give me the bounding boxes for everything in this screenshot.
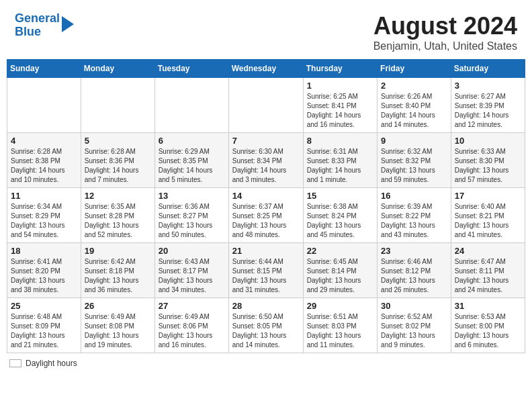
day-number: 17 [455,191,521,201]
day-info: Sunrise: 6:47 AMSunset: 8:11 PMDaylight:… [455,257,521,295]
day-number: 18 [11,246,77,256]
calendar-table: SundayMondayTuesdayWednesdayThursdayFrid… [7,59,525,353]
logo: General Blue [15,12,74,39]
day-number: 9 [381,136,447,146]
day-number: 30 [381,301,447,311]
calendar-cell: 4Sunrise: 6:28 AMSunset: 8:38 PMDaylight… [7,133,81,188]
day-number: 26 [85,301,151,311]
day-number: 23 [381,246,447,256]
day-number: 13 [159,191,225,201]
calendar-cell: 20Sunrise: 6:43 AMSunset: 8:17 PMDayligh… [154,243,228,298]
calendar-week-4: 18Sunrise: 6:41 AMSunset: 8:20 PMDayligh… [7,243,525,298]
daylight-legend-box [9,359,21,367]
day-info: Sunrise: 6:28 AMSunset: 8:38 PMDaylight:… [11,147,77,185]
day-info: Sunrise: 6:39 AMSunset: 8:22 PMDaylight:… [381,202,447,240]
day-number: 6 [159,136,225,146]
footer: Daylight hours [7,359,525,368]
calendar-cell: 2Sunrise: 6:26 AMSunset: 8:40 PMDaylight… [378,78,451,133]
day-number: 5 [85,136,151,146]
calendar-cell: 18Sunrise: 6:41 AMSunset: 8:20 PMDayligh… [7,243,81,298]
calendar-cell: 5Sunrise: 6:28 AMSunset: 8:36 PMDaylight… [81,133,154,188]
day-number: 28 [232,301,300,311]
calendar-cell: 10Sunrise: 6:33 AMSunset: 8:30 PMDayligh… [451,133,525,188]
page-header: General Blue August 2024 Benjamin, Utah,… [7,7,525,55]
calendar-cell [7,78,81,133]
calendar-cell: 25Sunrise: 6:48 AMSunset: 8:09 PMDayligh… [7,298,81,353]
day-number: 19 [85,246,151,256]
day-info: Sunrise: 6:26 AMSunset: 8:40 PMDaylight:… [381,92,447,130]
day-info: Sunrise: 6:46 AMSunset: 8:12 PMDaylight:… [381,257,447,295]
calendar-week-5: 25Sunrise: 6:48 AMSunset: 8:09 PMDayligh… [7,298,525,353]
day-info: Sunrise: 6:48 AMSunset: 8:09 PMDaylight:… [11,312,77,350]
calendar-cell [154,78,228,133]
day-info: Sunrise: 6:36 AMSunset: 8:27 PMDaylight:… [159,202,225,240]
day-number: 20 [159,246,225,256]
day-info: Sunrise: 6:29 AMSunset: 8:35 PMDaylight:… [159,147,225,185]
day-number: 24 [455,246,521,256]
day-info: Sunrise: 6:32 AMSunset: 8:32 PMDaylight:… [381,147,447,185]
day-info: Sunrise: 6:28 AMSunset: 8:36 PMDaylight:… [85,147,151,185]
day-number: 22 [307,246,373,256]
day-info: Sunrise: 6:33 AMSunset: 8:30 PMDaylight:… [455,147,521,185]
day-number: 8 [307,136,373,146]
logo-blue: Blue [15,25,41,38]
day-number: 10 [455,136,521,146]
calendar-subtitle: Benjamin, Utah, United States [373,40,517,52]
day-info: Sunrise: 6:40 AMSunset: 8:21 PMDaylight:… [455,202,521,240]
day-header-friday: Friday [378,60,451,78]
calendar-title: August 2024 [373,12,517,40]
day-number: 15 [307,191,373,201]
calendar-cell: 23Sunrise: 6:46 AMSunset: 8:12 PMDayligh… [378,243,451,298]
day-header-wednesday: Wednesday [228,60,303,78]
day-number: 3 [455,81,521,91]
day-number: 4 [11,136,77,146]
day-info: Sunrise: 6:30 AMSunset: 8:34 PMDaylight:… [232,147,300,185]
day-info: Sunrise: 6:25 AMSunset: 8:41 PMDaylight:… [307,92,373,130]
day-headers-row: SundayMondayTuesdayWednesdayThursdayFrid… [7,60,525,78]
calendar-cell: 27Sunrise: 6:49 AMSunset: 8:06 PMDayligh… [154,298,228,353]
day-info: Sunrise: 6:31 AMSunset: 8:33 PMDaylight:… [307,147,373,185]
calendar-cell: 19Sunrise: 6:42 AMSunset: 8:18 PMDayligh… [81,243,154,298]
title-block: August 2024 Benjamin, Utah, United State… [373,12,517,52]
day-info: Sunrise: 6:42 AMSunset: 8:18 PMDaylight:… [85,257,151,295]
day-number: 12 [85,191,151,201]
calendar-cell: 3Sunrise: 6:27 AMSunset: 8:39 PMDaylight… [451,78,525,133]
calendar-cell: 6Sunrise: 6:29 AMSunset: 8:35 PMDaylight… [154,133,228,188]
calendar-cell: 11Sunrise: 6:34 AMSunset: 8:29 PMDayligh… [7,188,81,243]
day-number: 14 [232,191,300,201]
calendar-cell: 28Sunrise: 6:50 AMSunset: 8:05 PMDayligh… [228,298,303,353]
calendar-cell: 14Sunrise: 6:37 AMSunset: 8:25 PMDayligh… [228,188,303,243]
day-number: 16 [381,191,447,201]
calendar-cell: 16Sunrise: 6:39 AMSunset: 8:22 PMDayligh… [378,188,451,243]
calendar-cell: 15Sunrise: 6:38 AMSunset: 8:24 PMDayligh… [303,188,377,243]
calendar-cell: 26Sunrise: 6:49 AMSunset: 8:08 PMDayligh… [81,298,154,353]
day-info: Sunrise: 6:38 AMSunset: 8:24 PMDaylight:… [307,202,373,240]
calendar-cell: 22Sunrise: 6:45 AMSunset: 8:14 PMDayligh… [303,243,377,298]
calendar-cell: 30Sunrise: 6:52 AMSunset: 8:02 PMDayligh… [378,298,451,353]
calendar-cell: 9Sunrise: 6:32 AMSunset: 8:32 PMDaylight… [378,133,451,188]
day-number: 1 [307,81,373,91]
day-info: Sunrise: 6:49 AMSunset: 8:06 PMDaylight:… [159,312,225,350]
day-info: Sunrise: 6:49 AMSunset: 8:08 PMDaylight:… [85,312,151,350]
calendar-week-3: 11Sunrise: 6:34 AMSunset: 8:29 PMDayligh… [7,188,525,243]
day-number: 31 [455,301,521,311]
calendar-cell: 7Sunrise: 6:30 AMSunset: 8:34 PMDaylight… [228,133,303,188]
day-number: 27 [159,301,225,311]
calendar-cell: 21Sunrise: 6:44 AMSunset: 8:15 PMDayligh… [228,243,303,298]
calendar-cell: 8Sunrise: 6:31 AMSunset: 8:33 PMDaylight… [303,133,377,188]
day-info: Sunrise: 6:50 AMSunset: 8:05 PMDaylight:… [232,312,300,350]
day-info: Sunrise: 6:52 AMSunset: 8:02 PMDaylight:… [381,312,447,350]
calendar-cell: 1Sunrise: 6:25 AMSunset: 8:41 PMDaylight… [303,78,377,133]
day-info: Sunrise: 6:34 AMSunset: 8:29 PMDaylight:… [11,202,77,240]
day-header-thursday: Thursday [303,60,377,78]
day-info: Sunrise: 6:41 AMSunset: 8:20 PMDaylight:… [11,257,77,295]
calendar-week-1: 1Sunrise: 6:25 AMSunset: 8:41 PMDaylight… [7,78,525,133]
day-number: 11 [11,191,77,201]
calendar-cell: 24Sunrise: 6:47 AMSunset: 8:11 PMDayligh… [451,243,525,298]
calendar-cell [81,78,154,133]
logo-general: General [15,11,60,25]
calendar-cell: 13Sunrise: 6:36 AMSunset: 8:27 PMDayligh… [154,188,228,243]
calendar-week-2: 4Sunrise: 6:28 AMSunset: 8:38 PMDaylight… [7,133,525,188]
calendar-cell: 12Sunrise: 6:35 AMSunset: 8:28 PMDayligh… [81,188,154,243]
day-header-monday: Monday [81,60,154,78]
